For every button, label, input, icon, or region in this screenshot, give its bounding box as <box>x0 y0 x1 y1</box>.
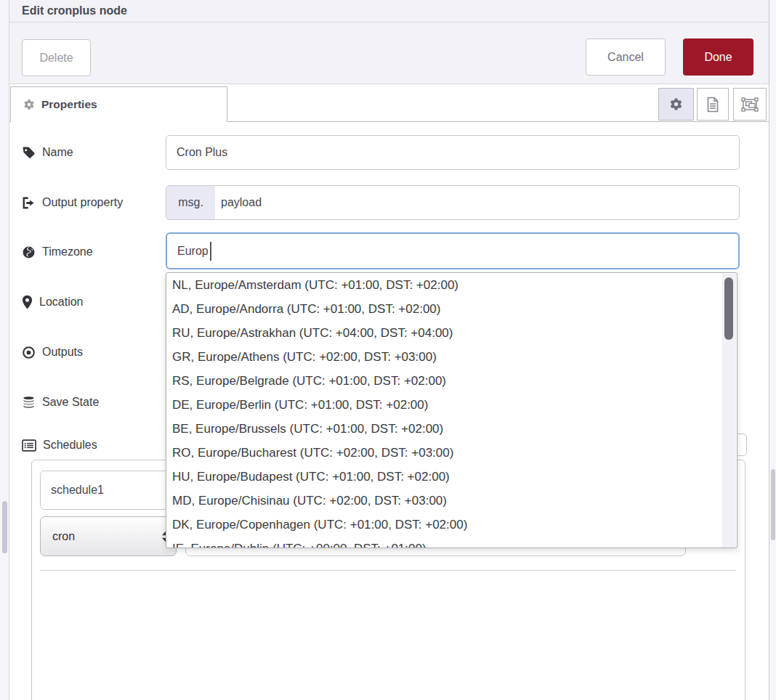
timezone-option[interactable]: NL, Europe/Amsterdam (UTC: +01:00, DST: … <box>166 273 737 297</box>
outputs-label: Outputs <box>42 346 83 359</box>
dialog-toolbar: Delete Cancel Done <box>9 23 769 84</box>
location-label: Location <box>39 296 84 309</box>
tag-icon <box>22 146 36 160</box>
delete-button[interactable]: Delete <box>22 39 91 76</box>
output-property-label-row: Output property <box>22 193 123 212</box>
outputs-label-row: Outputs <box>22 343 83 362</box>
timezone-option[interactable]: RU, Europe/Astrakhan (UTC: +04:00, DST: … <box>166 321 737 345</box>
timezone-input[interactable]: Europ <box>166 232 740 269</box>
timezone-option[interactable]: IE, Europe/Dublin (UTC: +00:00, DST: +01… <box>166 537 737 548</box>
output-property-input[interactable]: msg. payload <box>166 185 740 220</box>
description-view-button[interactable] <box>697 88 729 121</box>
left-panel-scrollbar[interactable] <box>0 0 9 700</box>
text-caret <box>210 242 211 261</box>
schedule-type-select[interactable]: cron <box>40 516 177 556</box>
appearance-view-button[interactable] <box>733 88 767 121</box>
name-input-value: Cron Plus <box>177 146 227 159</box>
file-text-icon <box>706 97 720 113</box>
schedule-type-value: cron <box>52 530 75 543</box>
timezone-option[interactable]: AD, Europe/Andorra (UTC: +01:00, DST: +0… <box>166 297 737 321</box>
database-icon <box>22 396 36 410</box>
timezone-option[interactable]: HU, Europe/Budapest (UTC: +01:00, DST: +… <box>166 465 737 489</box>
dropdown-scrollbar-thumb[interactable] <box>724 277 733 340</box>
done-button[interactable]: Done <box>683 38 753 76</box>
right-scrollbar-thumb[interactable] <box>771 469 775 540</box>
output-property-value: payload <box>215 196 262 209</box>
tab-bar: Properties <box>9 84 769 122</box>
timezone-dropdown: NL, Europe/Amsterdam (UTC: +01:00, DST: … <box>166 272 737 548</box>
save-state-label: Save State <box>42 396 99 409</box>
left-scrollbar-thumb[interactable] <box>2 501 7 553</box>
gear-icon <box>23 99 35 110</box>
name-label: Name <box>42 146 73 159</box>
edit-node-dialog: Edit cronplus node Delete Cancel Done Pr… <box>0 0 776 700</box>
tab-properties-label: Properties <box>41 98 97 111</box>
timezone-option[interactable]: RS, Europe/Belgrade (UTC: +01:00, DST: +… <box>166 369 737 393</box>
timezone-option[interactable]: BE, Europe/Brussels (UTC: +01:00, DST: +… <box>166 417 737 441</box>
name-input[interactable]: Cron Plus <box>166 135 740 170</box>
right-panel-scrollbar[interactable] <box>769 0 776 700</box>
properties-view-button[interactable] <box>658 88 694 121</box>
output-property-label: Output property <box>42 196 123 209</box>
list-alt-icon <box>22 439 36 452</box>
object-group-icon <box>741 97 759 113</box>
schedule-name-value: schedule1 <box>51 484 104 497</box>
timezone-option[interactable]: GR, Europe/Athens (UTC: +02:00, DST: +03… <box>166 345 737 369</box>
name-label-row: Name <box>22 143 73 162</box>
dropdown-scrollbar[interactable] <box>722 274 736 548</box>
schedules-label: Schedules <box>43 439 97 452</box>
schedules-label-row: Schedules <box>22 436 97 455</box>
globe-icon <box>22 245 36 259</box>
cancel-button[interactable]: Cancel <box>586 38 666 76</box>
timezone-option[interactable]: MD, Europe/Chisinau (UTC: +02:00, DST: +… <box>166 489 737 513</box>
timezone-option[interactable]: DE, Europe/Berlin (UTC: +01:00, DST: +02… <box>166 393 737 417</box>
msg-prefix-badge: msg. <box>166 186 215 219</box>
map-marker-icon <box>22 295 33 309</box>
location-label-row: Location <box>22 293 84 312</box>
tab-properties[interactable]: Properties <box>10 86 227 122</box>
dot-circle-icon <box>22 346 36 359</box>
schedule-divider <box>40 570 736 571</box>
timezone-option[interactable]: RO, Europe/Bucharest (UTC: +02:00, DST: … <box>166 441 737 465</box>
save-state-label-row: Save State <box>22 393 99 412</box>
dialog-header: Edit cronplus node <box>9 0 769 23</box>
timezone-label-row: Timezone <box>22 243 93 261</box>
timezone-input-value: Europ <box>177 245 209 258</box>
timezone-option[interactable]: DK, Europe/Copenhagen (UTC: +01:00, DST:… <box>166 513 737 537</box>
sign-out-icon <box>22 196 36 210</box>
dialog-title: Edit cronplus node <box>22 4 127 17</box>
gear-icon <box>669 97 683 111</box>
timezone-label: Timezone <box>42 245 93 259</box>
